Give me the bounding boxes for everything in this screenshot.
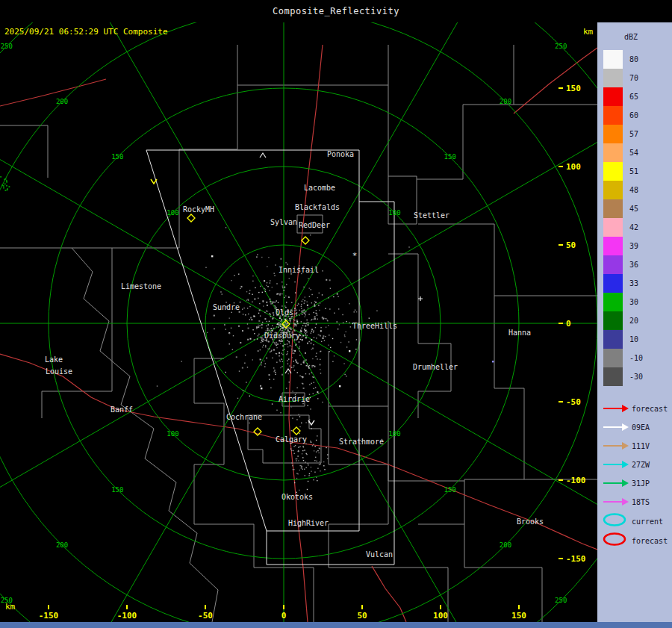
dbz-swatch bbox=[603, 162, 623, 181]
track-arrow-icon bbox=[602, 458, 629, 472]
legend-label: 31JP bbox=[632, 479, 650, 488]
dbz-value: 54 bbox=[629, 149, 638, 157]
dot-symbol bbox=[349, 350, 350, 352]
legend-entry-current: current bbox=[597, 512, 672, 531]
storm-ellipse-icon bbox=[602, 532, 629, 549]
dbz-value: 42 bbox=[629, 223, 638, 231]
city-label: Innisfail bbox=[279, 266, 319, 274]
dbz-value: -10 bbox=[629, 354, 643, 362]
window-title: Composite_Reflectivity bbox=[273, 6, 399, 16]
radar-map[interactable]: 1001001001001501501501502002002002002502… bbox=[0, 22, 597, 622]
dbz-scale-entry: 33 bbox=[597, 274, 672, 293]
dbz-scale-entry: 65 bbox=[597, 87, 672, 106]
track-arrow-icon bbox=[602, 495, 629, 509]
range-ring-label: 150 bbox=[444, 153, 456, 161]
legend-entry-31JP: 31JP bbox=[597, 474, 672, 493]
dbz-swatch bbox=[603, 311, 623, 330]
dbz-value: 60 bbox=[629, 111, 638, 119]
dbz-scale-entry: 30 bbox=[597, 293, 672, 311]
dbz-value: 65 bbox=[629, 93, 638, 101]
dbz-value: 45 bbox=[629, 205, 638, 213]
axis-label-right: -150 bbox=[566, 554, 586, 564]
city-label: Blackfalds bbox=[295, 203, 340, 211]
dbz-swatch bbox=[603, 181, 623, 199]
radar-site-marker[interactable] bbox=[302, 237, 309, 244]
axis-label-right: 0 bbox=[566, 319, 571, 329]
dbz-scale-entry: 10 bbox=[597, 330, 672, 349]
axis-label-bottom: 0 bbox=[281, 611, 287, 621]
legend-entry-18TS: 18TS bbox=[597, 493, 672, 512]
window-bottom-strip bbox=[0, 622, 672, 628]
track-arrow-icon bbox=[602, 402, 629, 416]
legend-label: 111V bbox=[632, 442, 650, 450]
dbz-scale-title: dBZ bbox=[624, 33, 672, 41]
dot-symbol bbox=[492, 361, 494, 362]
track-arrow-icon bbox=[602, 420, 629, 435]
radar-site-marker[interactable] bbox=[187, 214, 195, 222]
range-ring-label: 150 bbox=[111, 486, 123, 494]
axis-label-right: 50 bbox=[566, 240, 576, 250]
dbz-swatch bbox=[603, 106, 623, 125]
legend-entry-27ZW: 27ZW bbox=[597, 456, 672, 474]
city-label: Banff bbox=[111, 405, 133, 414]
dot-symbol bbox=[211, 255, 213, 257]
range-ring-label: 100 bbox=[167, 209, 178, 217]
axis-label-bottom: 100 bbox=[433, 611, 448, 621]
city-labels: PonokaLacombeBlackfaldsSylvanRedDeerStet… bbox=[45, 150, 544, 559]
city-label: Calgary bbox=[276, 435, 307, 444]
range-ring-label: 250 bbox=[1, 43, 13, 50]
dbz-swatch bbox=[603, 349, 623, 367]
dbz-color-scale: 80706560575451484542393633302010-10-30 bbox=[597, 50, 672, 386]
city-label: Hanna bbox=[508, 329, 531, 337]
dbz-value: 51 bbox=[629, 167, 638, 175]
km-axis-unit-top: km bbox=[583, 27, 593, 37]
range-ring-label: 200 bbox=[500, 541, 511, 549]
km-axis-unit-bottom: km bbox=[5, 602, 15, 612]
dbz-swatch bbox=[603, 143, 623, 162]
city-label: Airdrie bbox=[279, 395, 310, 403]
dbz-value: 20 bbox=[629, 317, 638, 325]
dbz-scale-entry: 70 bbox=[597, 69, 672, 87]
storm-ellipse-icon bbox=[602, 513, 629, 529]
city-label: Cochrane bbox=[226, 413, 262, 421]
dbz-scale-entry: 54 bbox=[597, 143, 672, 162]
asterisk-symbol: * bbox=[352, 251, 358, 261]
axis-label-right: 100 bbox=[566, 162, 581, 172]
axis-label-bottom: -50 bbox=[198, 611, 213, 621]
radar-app-window: Composite_Reflectivity bbox=[0, 0, 672, 628]
city-label: Lacombe bbox=[304, 184, 335, 192]
dbz-scale-entry: 60 bbox=[597, 106, 672, 125]
legend-entry-111V: 111V bbox=[597, 437, 672, 456]
range-ring-label: 100 bbox=[167, 430, 178, 438]
axis-label-right: 150 bbox=[566, 84, 581, 93]
dot-symbol bbox=[261, 388, 262, 389]
city-label: Olds bbox=[276, 308, 293, 317]
city-label: Didsbury bbox=[264, 332, 300, 340]
dbz-swatch bbox=[603, 87, 623, 106]
axis-label-bottom: -100 bbox=[117, 611, 137, 621]
city-label: Ponoka bbox=[327, 150, 354, 158]
dbz-scale-entry: 36 bbox=[597, 255, 672, 274]
dbz-value: 70 bbox=[629, 74, 638, 82]
legend-label: forecast bbox=[632, 405, 668, 413]
dbz-scale-entry: -30 bbox=[597, 367, 672, 386]
dbz-swatch bbox=[603, 218, 623, 237]
city-label: RedDeer bbox=[299, 221, 330, 229]
city-label: Okotoks bbox=[281, 493, 313, 501]
plus-symbol bbox=[418, 296, 423, 301]
range-ring-label: 200 bbox=[56, 541, 68, 549]
axis-label-right: -50 bbox=[566, 397, 581, 407]
dot-symbol bbox=[339, 385, 340, 387]
dbz-scale-entry: -10 bbox=[597, 349, 672, 367]
range-ring-label: 250 bbox=[555, 597, 567, 604]
dbz-swatch bbox=[603, 237, 623, 255]
legend-entry-forecast: forecast bbox=[597, 400, 672, 418]
city-label: Louise bbox=[46, 367, 72, 376]
range-ring-label: 200 bbox=[56, 98, 68, 105]
city-label: Vulcan bbox=[366, 550, 393, 559]
dbz-value: 57 bbox=[629, 130, 638, 138]
dbz-value: 10 bbox=[629, 335, 638, 343]
range-ring-label: 150 bbox=[111, 153, 123, 161]
city-label: Stettler bbox=[414, 211, 449, 220]
city-label: Sylvan bbox=[270, 218, 297, 226]
